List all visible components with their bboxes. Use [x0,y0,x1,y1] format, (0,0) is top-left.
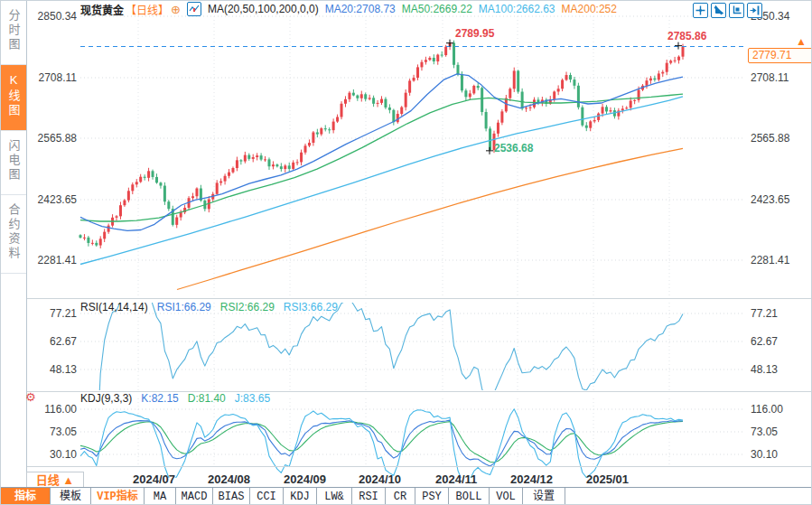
tab-templates[interactable]: 模板 [51,488,91,505]
kdj-axis-label: 116.00 [32,403,77,416]
kdj-k-value: K:82.15 [141,392,178,405]
kdj-axis-label: 30.10 [32,448,77,461]
kdj-axis-label: 73.05 [32,426,77,438]
price-axis-label: 2281.41 [32,254,77,267]
indicator-tab-bar: 指标 模板 VIP指标 MA MACD BIAS CCI KDJ LW& RSI… [1,487,812,505]
collapse-right-icon[interactable] [747,3,762,18]
price-axis-label: 2281.41 [751,254,807,267]
sidebar-item-label: K线图 [5,73,23,118]
kdj-axis-label: 73.05 [751,426,807,438]
panel-divider [1,298,812,299]
kdj-d-value: D:81.40 [188,392,226,405]
price-chart-canvas[interactable] [1,1,812,301]
date-axis-label: 2025/01 [586,472,629,486]
date-axis-label: 2024/10 [359,472,401,486]
tab-lwr[interactable]: LW& [317,488,352,505]
date-axis-label: 2024/07 [133,472,175,486]
symbol-name: 现货黄金 [80,2,124,17]
rsi-chart-canvas[interactable] [1,301,812,392]
date-axis-label: 2024/11 [435,472,477,486]
chart-type-sidebar: 分时图 K线图 闪电图 合约资料 [1,1,27,487]
panel-divider [1,466,812,467]
price-axis-label: 2565.88 [32,132,77,145]
tab-settings[interactable]: 设置 [523,488,565,505]
swing-low-annotation: 2536.68 [494,142,533,154]
sidebar-item-label: 合约资料 [5,203,23,261]
sidebar-item-lightning-chart[interactable]: 闪电图 [1,131,26,195]
date-axis-label: 2024/08 [208,472,250,486]
high-annotation: 2789.95 [455,27,494,40]
add-indicator-icon[interactable]: ⊕ [171,4,181,15]
tab-cci[interactable]: CCI [250,488,284,505]
tab-vol[interactable]: VOL [490,488,523,505]
rsi-axis-label: 77.21 [751,307,807,320]
tab-ma[interactable]: MA [145,488,176,505]
price-axis-label: 2423.65 [751,193,807,206]
ma-params-label: MA(20,50,100,200,0,0) [208,3,319,15]
price-axis-label: 2708.11 [751,71,807,84]
axis-pan-icon[interactable] [729,3,744,18]
tab-rsi[interactable]: RSI [352,488,386,505]
kdj-axis-label: 116.00 [751,403,807,416]
price-axis-label: 2850.34 [32,10,77,23]
price-axis-label: 2565.88 [751,132,807,145]
tab-bias[interactable]: BIAS [213,488,250,505]
period-tag: 【日线】 [126,2,169,17]
rsi-axis-label: 48.13 [751,363,807,376]
tab-cr[interactable]: CR [386,488,415,505]
tab-psy[interactable]: PSY [415,488,449,505]
rsi2-value: RSI2:66.29 [220,301,275,313]
sidebar-item-kline-chart[interactable]: K线图 [1,65,26,131]
rsi1-value: RSI1:66.29 [157,301,211,313]
tab-kdj[interactable]: KDJ [284,488,317,505]
current-price-tag: 2779.71 [748,48,812,63]
indicator-settings-gear-icon[interactable]: ⚙ [25,390,36,404]
kdj-j-value: J:83.65 [235,392,270,405]
kdj-panel-header: KDJ(9,3,3) K:82.15 D:81.40 J:83.65 [80,392,270,405]
ma50-value: MA50:2669.22 [402,3,472,15]
rsi-axis-label: 48.13 [32,363,77,376]
kdj-axis-label: 30.10 [751,448,807,461]
ma20-value: MA20:2708.73 [325,3,396,15]
rsi3-value: RSI3:66.29 [284,301,338,313]
date-axis-label: 2024/12 [510,472,553,486]
tab-indicators[interactable]: 指标 [1,488,51,505]
ma100-value: MA100:2662.63 [479,3,555,15]
tab-boll[interactable]: BOLL [449,488,490,505]
price-up-arrow-icon: ▲ [796,35,807,48]
axis-scale-icon[interactable] [711,3,726,18]
tab-vip-indicators[interactable]: VIP指标 [91,488,145,505]
recent-high-annotation: 2785.86 [667,30,706,42]
sidebar-item-label: 闪电图 [5,139,23,182]
crosshair-icon[interactable] [693,3,708,18]
chart-toolbar [693,3,762,18]
date-axis-label: 2024/09 [284,472,326,486]
rsi-axis-label: 77.21 [32,307,77,320]
sidebar-item-label: 分时图 [5,9,23,52]
ma200-value: MA200:252 [562,3,617,15]
rsi-axis-label: 62.67 [751,335,807,348]
chart-header: 现货黄金【日线】 ⊕ MA(20,50,100,200,0,0) MA20:27… [80,2,617,16]
rsi-title: RSI(14,14,14) [80,301,148,313]
ma-indicator-icon[interactable] [187,2,201,16]
trading-app-window: 分时图 K线图 闪电图 合约资料 现货黄金【日线】 ⊕ MA(20,50,100… [0,0,812,505]
rsi-panel-header: RSI(14,14,14) RSI1:66.29 RSI2:66.29 RSI3… [80,301,338,313]
sidebar-item-time-chart[interactable]: 分时图 [1,1,26,65]
tab-macd[interactable]: MACD [176,488,213,505]
rsi-axis-label: 62.67 [32,335,77,348]
kdj-title: KDJ(9,3,3) [80,392,132,405]
price-axis-label: 2708.11 [32,71,77,84]
price-axis-label: 2423.65 [32,193,77,206]
sidebar-item-contract-info[interactable]: 合约资料 [1,195,26,274]
